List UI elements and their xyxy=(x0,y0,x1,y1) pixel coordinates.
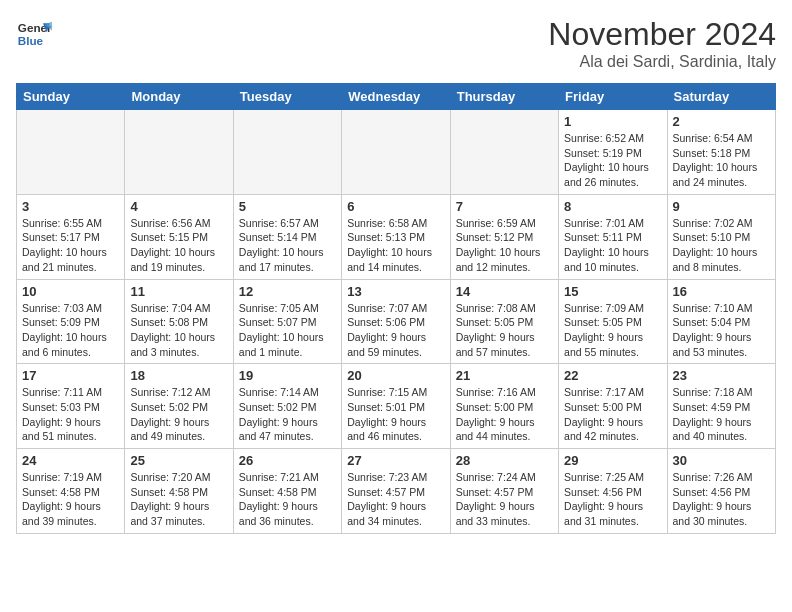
day-info: Sunrise: 7:08 AM Sunset: 5:05 PM Dayligh… xyxy=(456,301,553,360)
calendar-cell: 28Sunrise: 7:24 AM Sunset: 4:57 PM Dayli… xyxy=(450,449,558,534)
title-block: November 2024 Ala dei Sardi, Sardinia, I… xyxy=(548,16,776,71)
day-number: 19 xyxy=(239,368,336,383)
day-info: Sunrise: 6:59 AM Sunset: 5:12 PM Dayligh… xyxy=(456,216,553,275)
calendar-cell: 27Sunrise: 7:23 AM Sunset: 4:57 PM Dayli… xyxy=(342,449,450,534)
day-info: Sunrise: 6:56 AM Sunset: 5:15 PM Dayligh… xyxy=(130,216,227,275)
day-number: 12 xyxy=(239,284,336,299)
calendar-cell xyxy=(17,110,125,195)
day-info: Sunrise: 7:11 AM Sunset: 5:03 PM Dayligh… xyxy=(22,385,119,444)
logo: General Blue xyxy=(16,16,52,52)
day-number: 22 xyxy=(564,368,661,383)
day-number: 8 xyxy=(564,199,661,214)
day-info: Sunrise: 6:58 AM Sunset: 5:13 PM Dayligh… xyxy=(347,216,444,275)
calendar-cell: 26Sunrise: 7:21 AM Sunset: 4:58 PM Dayli… xyxy=(233,449,341,534)
calendar-week-3: 17Sunrise: 7:11 AM Sunset: 5:03 PM Dayli… xyxy=(17,364,776,449)
day-number: 7 xyxy=(456,199,553,214)
calendar-cell: 30Sunrise: 7:26 AM Sunset: 4:56 PM Dayli… xyxy=(667,449,775,534)
logo-icon: General Blue xyxy=(16,16,52,52)
calendar-cell: 15Sunrise: 7:09 AM Sunset: 5:05 PM Dayli… xyxy=(559,279,667,364)
calendar-cell xyxy=(233,110,341,195)
calendar-table: SundayMondayTuesdayWednesdayThursdayFrid… xyxy=(16,83,776,534)
location-subtitle: Ala dei Sardi, Sardinia, Italy xyxy=(548,53,776,71)
day-number: 15 xyxy=(564,284,661,299)
calendar-cell: 6Sunrise: 6:58 AM Sunset: 5:13 PM Daylig… xyxy=(342,194,450,279)
day-number: 2 xyxy=(673,114,770,129)
day-info: Sunrise: 6:57 AM Sunset: 5:14 PM Dayligh… xyxy=(239,216,336,275)
day-number: 21 xyxy=(456,368,553,383)
calendar-cell: 17Sunrise: 7:11 AM Sunset: 5:03 PM Dayli… xyxy=(17,364,125,449)
calendar-cell: 24Sunrise: 7:19 AM Sunset: 4:58 PM Dayli… xyxy=(17,449,125,534)
month-title: November 2024 xyxy=(548,16,776,53)
day-number: 24 xyxy=(22,453,119,468)
calendar-cell: 9Sunrise: 7:02 AM Sunset: 5:10 PM Daylig… xyxy=(667,194,775,279)
calendar-cell: 3Sunrise: 6:55 AM Sunset: 5:17 PM Daylig… xyxy=(17,194,125,279)
day-number: 28 xyxy=(456,453,553,468)
day-info: Sunrise: 7:15 AM Sunset: 5:01 PM Dayligh… xyxy=(347,385,444,444)
day-info: Sunrise: 7:23 AM Sunset: 4:57 PM Dayligh… xyxy=(347,470,444,529)
day-info: Sunrise: 7:21 AM Sunset: 4:58 PM Dayligh… xyxy=(239,470,336,529)
day-info: Sunrise: 7:26 AM Sunset: 4:56 PM Dayligh… xyxy=(673,470,770,529)
day-number: 20 xyxy=(347,368,444,383)
day-info: Sunrise: 7:17 AM Sunset: 5:00 PM Dayligh… xyxy=(564,385,661,444)
calendar-cell: 23Sunrise: 7:18 AM Sunset: 4:59 PM Dayli… xyxy=(667,364,775,449)
calendar-week-4: 24Sunrise: 7:19 AM Sunset: 4:58 PM Dayli… xyxy=(17,449,776,534)
calendar-cell: 5Sunrise: 6:57 AM Sunset: 5:14 PM Daylig… xyxy=(233,194,341,279)
day-number: 25 xyxy=(130,453,227,468)
calendar-week-2: 10Sunrise: 7:03 AM Sunset: 5:09 PM Dayli… xyxy=(17,279,776,364)
calendar-cell: 25Sunrise: 7:20 AM Sunset: 4:58 PM Dayli… xyxy=(125,449,233,534)
day-info: Sunrise: 7:12 AM Sunset: 5:02 PM Dayligh… xyxy=(130,385,227,444)
calendar-cell: 7Sunrise: 6:59 AM Sunset: 5:12 PM Daylig… xyxy=(450,194,558,279)
day-info: Sunrise: 7:02 AM Sunset: 5:10 PM Dayligh… xyxy=(673,216,770,275)
day-info: Sunrise: 6:52 AM Sunset: 5:19 PM Dayligh… xyxy=(564,131,661,190)
calendar-cell: 13Sunrise: 7:07 AM Sunset: 5:06 PM Dayli… xyxy=(342,279,450,364)
day-number: 1 xyxy=(564,114,661,129)
day-info: Sunrise: 7:16 AM Sunset: 5:00 PM Dayligh… xyxy=(456,385,553,444)
calendar-cell: 10Sunrise: 7:03 AM Sunset: 5:09 PM Dayli… xyxy=(17,279,125,364)
calendar-cell: 1Sunrise: 6:52 AM Sunset: 5:19 PM Daylig… xyxy=(559,110,667,195)
day-number: 4 xyxy=(130,199,227,214)
weekday-header-row: SundayMondayTuesdayWednesdayThursdayFrid… xyxy=(17,84,776,110)
calendar-cell: 14Sunrise: 7:08 AM Sunset: 5:05 PM Dayli… xyxy=(450,279,558,364)
day-number: 16 xyxy=(673,284,770,299)
calendar-cell: 8Sunrise: 7:01 AM Sunset: 5:11 PM Daylig… xyxy=(559,194,667,279)
calendar-cell: 29Sunrise: 7:25 AM Sunset: 4:56 PM Dayli… xyxy=(559,449,667,534)
day-info: Sunrise: 7:05 AM Sunset: 5:07 PM Dayligh… xyxy=(239,301,336,360)
day-info: Sunrise: 7:04 AM Sunset: 5:08 PM Dayligh… xyxy=(130,301,227,360)
weekday-thursday: Thursday xyxy=(450,84,558,110)
day-number: 29 xyxy=(564,453,661,468)
calendar-cell xyxy=(342,110,450,195)
calendar-week-1: 3Sunrise: 6:55 AM Sunset: 5:17 PM Daylig… xyxy=(17,194,776,279)
day-info: Sunrise: 7:01 AM Sunset: 5:11 PM Dayligh… xyxy=(564,216,661,275)
calendar-cell: 21Sunrise: 7:16 AM Sunset: 5:00 PM Dayli… xyxy=(450,364,558,449)
calendar-cell xyxy=(450,110,558,195)
day-info: Sunrise: 7:19 AM Sunset: 4:58 PM Dayligh… xyxy=(22,470,119,529)
page-header: General Blue November 2024 Ala dei Sardi… xyxy=(16,16,776,71)
weekday-saturday: Saturday xyxy=(667,84,775,110)
calendar-cell: 18Sunrise: 7:12 AM Sunset: 5:02 PM Dayli… xyxy=(125,364,233,449)
day-info: Sunrise: 7:25 AM Sunset: 4:56 PM Dayligh… xyxy=(564,470,661,529)
day-number: 23 xyxy=(673,368,770,383)
day-info: Sunrise: 7:03 AM Sunset: 5:09 PM Dayligh… xyxy=(22,301,119,360)
day-info: Sunrise: 7:14 AM Sunset: 5:02 PM Dayligh… xyxy=(239,385,336,444)
day-number: 3 xyxy=(22,199,119,214)
day-number: 26 xyxy=(239,453,336,468)
day-number: 10 xyxy=(22,284,119,299)
weekday-friday: Friday xyxy=(559,84,667,110)
day-info: Sunrise: 7:09 AM Sunset: 5:05 PM Dayligh… xyxy=(564,301,661,360)
day-info: Sunrise: 6:55 AM Sunset: 5:17 PM Dayligh… xyxy=(22,216,119,275)
day-info: Sunrise: 7:20 AM Sunset: 4:58 PM Dayligh… xyxy=(130,470,227,529)
weekday-wednesday: Wednesday xyxy=(342,84,450,110)
day-number: 14 xyxy=(456,284,553,299)
day-info: Sunrise: 7:24 AM Sunset: 4:57 PM Dayligh… xyxy=(456,470,553,529)
day-info: Sunrise: 6:54 AM Sunset: 5:18 PM Dayligh… xyxy=(673,131,770,190)
calendar-cell: 19Sunrise: 7:14 AM Sunset: 5:02 PM Dayli… xyxy=(233,364,341,449)
calendar-cell: 11Sunrise: 7:04 AM Sunset: 5:08 PM Dayli… xyxy=(125,279,233,364)
day-number: 18 xyxy=(130,368,227,383)
day-number: 11 xyxy=(130,284,227,299)
day-number: 9 xyxy=(673,199,770,214)
day-number: 27 xyxy=(347,453,444,468)
day-info: Sunrise: 7:10 AM Sunset: 5:04 PM Dayligh… xyxy=(673,301,770,360)
weekday-sunday: Sunday xyxy=(17,84,125,110)
calendar-cell: 20Sunrise: 7:15 AM Sunset: 5:01 PM Dayli… xyxy=(342,364,450,449)
calendar-week-0: 1Sunrise: 6:52 AM Sunset: 5:19 PM Daylig… xyxy=(17,110,776,195)
